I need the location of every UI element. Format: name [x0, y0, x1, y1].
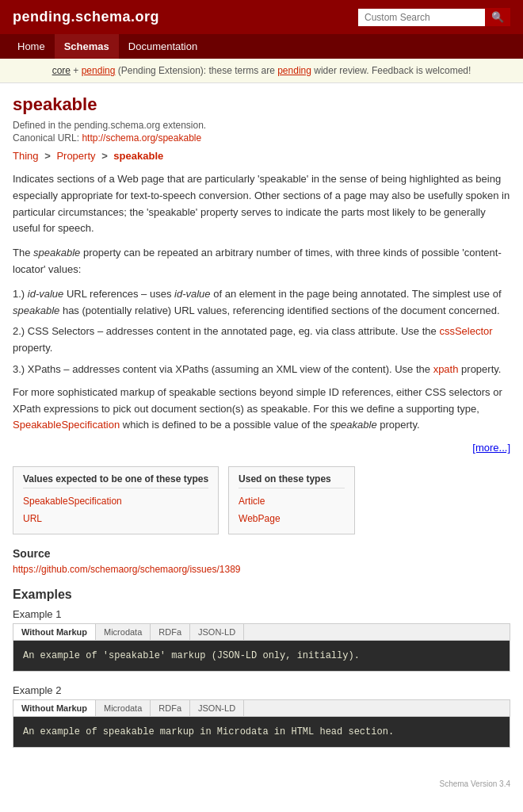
canonical-label: Canonical URL:	[13, 132, 79, 144]
info-boxes: Values expected to be one of these types…	[13, 466, 510, 534]
example-2: Example 2 Without Markup Microdata RDFa …	[13, 684, 510, 748]
css-selector-link[interactable]: cssSelector	[439, 325, 492, 337]
page-title: speakable	[13, 94, 510, 115]
description-3: For more sophisticated markup of speakab…	[13, 385, 510, 434]
nav-documentation[interactable]: Documentation	[119, 34, 207, 59]
breadcrumb-property[interactable]: Property	[56, 150, 95, 162]
used-on-box: Used on these types Article WebPage	[228, 466, 355, 534]
breadcrumb-sep2: >	[101, 150, 110, 162]
schema-version: Schema Version 3.4	[440, 779, 511, 788]
source-title: Source	[13, 547, 510, 560]
banner-after: wider review. Feedback is welcomed!	[311, 65, 471, 76]
example-1-label: Example 1	[13, 608, 510, 620]
desc2-mid: property can be repeated an arbitrary nu…	[13, 247, 502, 275]
example-2-tab-rdfa[interactable]: RDFa	[151, 700, 190, 716]
site-title: pending.schema.org	[13, 9, 159, 25]
breadcrumb-current: speakable	[113, 150, 163, 162]
pending-banner: core + pending (Pending Extension): thes…	[0, 59, 523, 83]
canonical-url-line: Canonical URL: http://schema.org/speakab…	[13, 132, 510, 144]
example-2-label: Example 2	[13, 684, 510, 696]
locator-list: 1.) id-value URL references – uses id-va…	[13, 286, 510, 378]
pending-link[interactable]: pending	[82, 65, 116, 76]
example-2-code: An example of speakable markup in Microd…	[13, 716, 510, 748]
values-box: Values expected to be one of these types…	[13, 466, 219, 534]
search-bar: 🔍	[358, 8, 510, 26]
article-type-link[interactable]: Article	[239, 493, 345, 511]
examples-section: Examples Example 1 Without Markup Microd…	[13, 588, 510, 748]
more-link-anchor[interactable]: [more...]	[472, 442, 510, 454]
used-on-box-title: Used on these types	[239, 473, 345, 488]
example-1-tab-microdata[interactable]: Microdata	[96, 624, 151, 640]
more-link: [more...]	[13, 442, 510, 454]
footer: Schema Version 3.4	[0, 776, 523, 795]
list-num-1: 1.)	[13, 288, 25, 300]
nav-schemas[interactable]: Schemas	[55, 34, 119, 59]
example-1-tab-without-markup[interactable]: Without Markup	[13, 624, 96, 640]
example-2-tab-without-markup[interactable]: Without Markup	[13, 700, 96, 716]
breadcrumb-sep1: >	[44, 150, 53, 162]
list-em1-1: id-value	[28, 288, 64, 300]
header: pending.schema.org 🔍	[0, 0, 523, 34]
desc2-before: The	[13, 247, 33, 259]
main-content: speakable Defined in the pending.schema.…	[0, 83, 523, 776]
xpath-link[interactable]: xpath	[433, 363, 459, 375]
source-section: Source https://github.com/schemaorg/sche…	[13, 547, 510, 575]
example-2-tab-jsonld[interactable]: JSON-LD	[190, 700, 244, 716]
speakable-spec-link[interactable]: SpeakableSpecification	[13, 419, 120, 431]
values-box-title: Values expected to be one of these types	[23, 473, 208, 488]
example-1: Example 1 Without Markup Microdata RDFa …	[13, 608, 510, 672]
example-2-tabs: Without Markup Microdata RDFa JSON-LD	[13, 699, 510, 716]
page-subtitle: Defined in the pending.schema.org extens…	[13, 120, 510, 131]
examples-title: Examples	[13, 588, 510, 602]
main-nav: Home Schemas Documentation	[0, 34, 523, 59]
core-link[interactable]: core	[52, 65, 71, 76]
breadcrumb-thing[interactable]: Thing	[13, 150, 39, 162]
search-input[interactable]	[358, 9, 485, 26]
breadcrumb: Thing > Property > speakable	[13, 150, 510, 162]
webpage-type-link[interactable]: WebPage	[239, 511, 345, 528]
url-type-link[interactable]: URL	[23, 511, 208, 528]
description-1: Indicates sections of a Web page that ar…	[13, 171, 510, 237]
example-1-code: An example of 'speakable' markup (JSON-L…	[13, 640, 510, 672]
example-1-tabs: Without Markup Microdata RDFa JSON-LD	[13, 623, 510, 640]
example-1-tab-rdfa[interactable]: RDFa	[151, 624, 190, 640]
pending-link2[interactable]: pending	[277, 65, 311, 76]
list-item-2: 2.) CSS Selectors – addresses content in…	[13, 324, 510, 357]
description-2: The speakable property can be repeated a…	[13, 245, 510, 278]
banner-middle: (Pending Extension): these terms are	[115, 65, 277, 76]
source-url-link[interactable]: https://github.com/schemaorg/schemaorg/i…	[13, 564, 240, 575]
speakable-spec-type-link[interactable]: SpeakableSpecification	[23, 493, 208, 511]
list-item-1: 1.) id-value URL references – uses id-va…	[13, 286, 510, 320]
list-item-3: 3.) XPaths – addresses content via XPath…	[13, 362, 510, 378]
desc2-em1: speakable	[33, 247, 80, 259]
nav-home[interactable]: Home	[8, 34, 55, 59]
example-1-tab-jsonld[interactable]: JSON-LD	[190, 624, 244, 640]
search-button[interactable]: 🔍	[485, 8, 510, 26]
example-2-tab-microdata[interactable]: Microdata	[96, 700, 151, 716]
canonical-url-link[interactable]: http://schema.org/speakable	[82, 132, 201, 144]
